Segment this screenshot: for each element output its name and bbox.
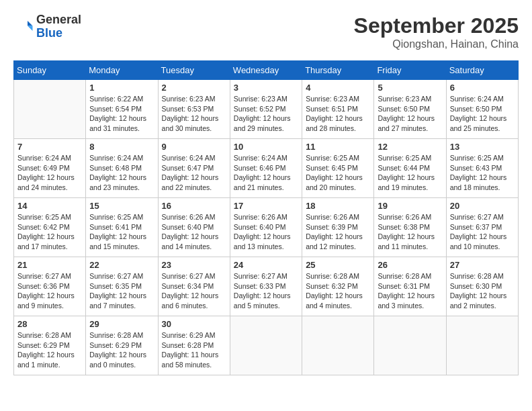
calendar-cell: 19Sunrise: 6:26 AM Sunset: 6:38 PM Dayli… <box>374 198 446 257</box>
day-info: Sunrise: 6:29 AM Sunset: 6:28 PM Dayligh… <box>162 330 226 370</box>
day-info: Sunrise: 6:22 AM Sunset: 6:54 PM Dayligh… <box>89 94 154 134</box>
calendar-cell <box>302 316 374 375</box>
day-number: 25 <box>306 260 370 270</box>
calendar-cell: 20Sunrise: 6:27 AM Sunset: 6:37 PM Dayli… <box>446 198 518 257</box>
day-number: 11 <box>306 142 370 152</box>
day-number: 28 <box>17 319 82 329</box>
weekday-header-tuesday: Tuesday <box>158 61 230 80</box>
weekday-header-row: SundayMondayTuesdayWednesdayThursdayFrid… <box>14 61 519 80</box>
calendar-cell: 22Sunrise: 6:27 AM Sunset: 6:35 PM Dayli… <box>86 257 158 316</box>
calendar-cell: 24Sunrise: 6:27 AM Sunset: 6:33 PM Dayli… <box>230 257 302 316</box>
week-row-4: 21Sunrise: 6:27 AM Sunset: 6:36 PM Dayli… <box>14 257 519 316</box>
calendar-cell: 15Sunrise: 6:25 AM Sunset: 6:41 PM Dayli… <box>86 198 158 257</box>
calendar-cell: 25Sunrise: 6:28 AM Sunset: 6:32 PM Dayli… <box>302 257 374 316</box>
calendar-cell: 13Sunrise: 6:25 AM Sunset: 6:43 PM Dayli… <box>446 139 518 198</box>
day-info: Sunrise: 6:23 AM Sunset: 6:53 PM Dayligh… <box>162 94 226 134</box>
day-number: 10 <box>234 142 298 152</box>
day-number: 30 <box>162 319 226 329</box>
day-number: 5 <box>378 83 442 93</box>
calendar-cell: 29Sunrise: 6:28 AM Sunset: 6:29 PM Dayli… <box>86 316 158 375</box>
day-info: Sunrise: 6:24 AM Sunset: 6:50 PM Dayligh… <box>450 94 515 134</box>
week-row-2: 7Sunrise: 6:24 AM Sunset: 6:49 PM Daylig… <box>14 139 519 198</box>
day-info: Sunrise: 6:26 AM Sunset: 6:40 PM Dayligh… <box>162 212 226 252</box>
calendar-cell: 23Sunrise: 6:27 AM Sunset: 6:34 PM Dayli… <box>158 257 230 316</box>
day-number: 17 <box>234 201 298 211</box>
logo-blue: Blue <box>36 27 81 40</box>
day-number: 24 <box>234 260 298 270</box>
calendar-cell <box>14 80 86 139</box>
day-info: Sunrise: 6:27 AM Sunset: 6:35 PM Dayligh… <box>89 271 154 311</box>
day-number: 29 <box>89 319 154 329</box>
day-info: Sunrise: 6:26 AM Sunset: 6:39 PM Dayligh… <box>306 212 370 252</box>
calendar-cell <box>446 316 518 375</box>
day-info: Sunrise: 6:24 AM Sunset: 6:46 PM Dayligh… <box>234 153 298 193</box>
calendar-cell: 16Sunrise: 6:26 AM Sunset: 6:40 PM Dayli… <box>158 198 230 257</box>
calendar-cell: 1Sunrise: 6:22 AM Sunset: 6:54 PM Daylig… <box>86 80 158 139</box>
logo: General Blue <box>13 13 81 40</box>
logo-icon <box>13 17 34 37</box>
day-number: 9 <box>162 142 226 152</box>
day-info: Sunrise: 6:28 AM Sunset: 6:31 PM Dayligh… <box>378 271 442 311</box>
day-info: Sunrise: 6:25 AM Sunset: 6:45 PM Dayligh… <box>306 153 370 193</box>
day-info: Sunrise: 6:28 AM Sunset: 6:29 PM Dayligh… <box>89 330 154 370</box>
month-title: September 2025 <box>354 13 519 38</box>
day-number: 27 <box>450 260 515 270</box>
weekday-header-friday: Friday <box>374 61 446 80</box>
calendar-cell: 30Sunrise: 6:29 AM Sunset: 6:28 PM Dayli… <box>158 316 230 375</box>
day-number: 7 <box>17 142 82 152</box>
calendar-cell <box>374 316 446 375</box>
day-info: Sunrise: 6:25 AM Sunset: 6:41 PM Dayligh… <box>89 212 154 252</box>
day-number: 12 <box>378 142 442 152</box>
day-info: Sunrise: 6:24 AM Sunset: 6:48 PM Dayligh… <box>89 153 154 193</box>
calendar-cell: 10Sunrise: 6:24 AM Sunset: 6:46 PM Dayli… <box>230 139 302 198</box>
location: Qiongshan, Hainan, China <box>354 38 519 50</box>
day-info: Sunrise: 6:26 AM Sunset: 6:40 PM Dayligh… <box>234 212 298 252</box>
day-number: 3 <box>234 83 298 93</box>
calendar-cell: 6Sunrise: 6:24 AM Sunset: 6:50 PM Daylig… <box>446 80 518 139</box>
calendar-cell: 5Sunrise: 6:23 AM Sunset: 6:50 PM Daylig… <box>374 80 446 139</box>
day-info: Sunrise: 6:25 AM Sunset: 6:44 PM Dayligh… <box>378 153 442 193</box>
day-number: 14 <box>17 201 82 211</box>
day-number: 6 <box>450 83 515 93</box>
calendar-cell: 11Sunrise: 6:25 AM Sunset: 6:45 PM Dayli… <box>302 139 374 198</box>
day-number: 15 <box>89 201 154 211</box>
day-info: Sunrise: 6:26 AM Sunset: 6:38 PM Dayligh… <box>378 212 442 252</box>
weekday-header-saturday: Saturday <box>446 61 518 80</box>
calendar-cell: 18Sunrise: 6:26 AM Sunset: 6:39 PM Dayli… <box>302 198 374 257</box>
day-number: 4 <box>306 83 370 93</box>
calendar-cell: 12Sunrise: 6:25 AM Sunset: 6:44 PM Dayli… <box>374 139 446 198</box>
day-number: 18 <box>306 201 370 211</box>
week-row-3: 14Sunrise: 6:25 AM Sunset: 6:42 PM Dayli… <box>14 198 519 257</box>
day-info: Sunrise: 6:23 AM Sunset: 6:52 PM Dayligh… <box>234 94 298 134</box>
calendar-cell: 2Sunrise: 6:23 AM Sunset: 6:53 PM Daylig… <box>158 80 230 139</box>
day-number: 13 <box>450 142 515 152</box>
calendar-table: SundayMondayTuesdayWednesdayThursdayFrid… <box>13 60 519 375</box>
day-info: Sunrise: 6:27 AM Sunset: 6:34 PM Dayligh… <box>162 271 226 311</box>
day-number: 22 <box>89 260 154 270</box>
day-number: 8 <box>89 142 154 152</box>
day-info: Sunrise: 6:27 AM Sunset: 6:36 PM Dayligh… <box>17 271 82 311</box>
calendar-cell: 8Sunrise: 6:24 AM Sunset: 6:48 PM Daylig… <box>86 139 158 198</box>
day-info: Sunrise: 6:27 AM Sunset: 6:33 PM Dayligh… <box>234 271 298 311</box>
logo-text: General Blue <box>36 13 81 40</box>
day-number: 1 <box>89 83 154 93</box>
calendar-cell <box>230 316 302 375</box>
day-info: Sunrise: 6:28 AM Sunset: 6:32 PM Dayligh… <box>306 271 370 311</box>
calendar-cell: 9Sunrise: 6:24 AM Sunset: 6:47 PM Daylig… <box>158 139 230 198</box>
day-number: 2 <box>162 83 226 93</box>
day-info: Sunrise: 6:23 AM Sunset: 6:51 PM Dayligh… <box>306 94 370 134</box>
calendar-cell: 7Sunrise: 6:24 AM Sunset: 6:49 PM Daylig… <box>14 139 86 198</box>
day-number: 19 <box>378 201 442 211</box>
weekday-header-thursday: Thursday <box>302 61 374 80</box>
logo-general: General <box>36 13 81 27</box>
calendar-cell: 27Sunrise: 6:28 AM Sunset: 6:30 PM Dayli… <box>446 257 518 316</box>
day-info: Sunrise: 6:25 AM Sunset: 6:42 PM Dayligh… <box>17 212 82 252</box>
week-row-1: 1Sunrise: 6:22 AM Sunset: 6:54 PM Daylig… <box>14 80 519 139</box>
day-number: 16 <box>162 201 226 211</box>
calendar-cell: 28Sunrise: 6:28 AM Sunset: 6:29 PM Dayli… <box>14 316 86 375</box>
day-number: 20 <box>450 201 515 211</box>
weekday-header-wednesday: Wednesday <box>230 61 302 80</box>
week-row-5: 28Sunrise: 6:28 AM Sunset: 6:29 PM Dayli… <box>14 316 519 375</box>
day-info: Sunrise: 6:27 AM Sunset: 6:37 PM Dayligh… <box>450 212 515 252</box>
weekday-header-monday: Monday <box>86 61 158 80</box>
